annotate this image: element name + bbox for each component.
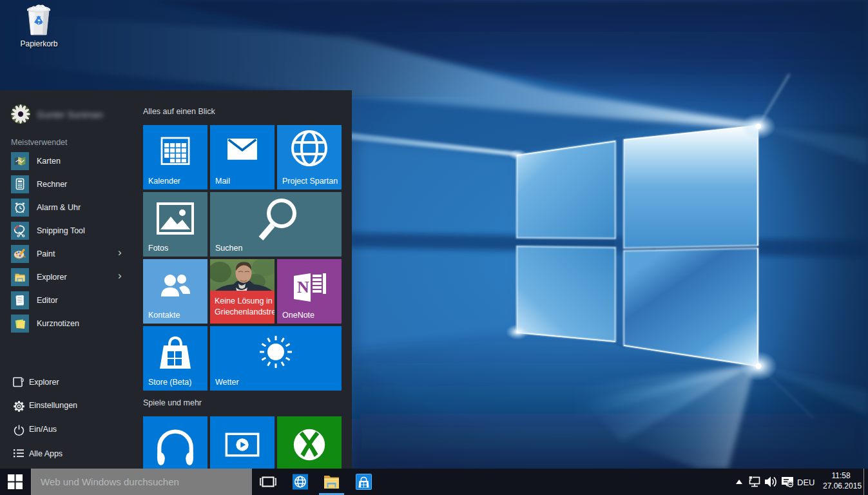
svg-text:N: N — [297, 278, 309, 296]
svg-text:Griechenlandstrei: Griechenlandstrei — [215, 307, 275, 316]
svg-text:Keine Lösung in: Keine Lösung in — [215, 296, 273, 306]
